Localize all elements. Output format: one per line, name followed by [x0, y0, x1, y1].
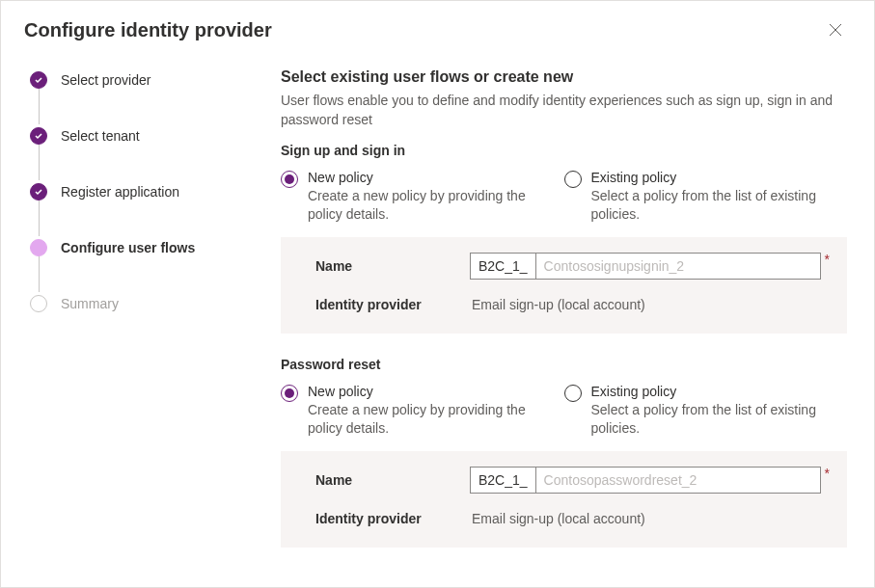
- policy-name-input[interactable]: [535, 253, 821, 280]
- policy-form-signup: Name B2C_1_ * Identity provider Email si…: [281, 237, 847, 334]
- policy-name-input[interactable]: [535, 467, 821, 494]
- main-description: User flows enable you to define and modi…: [281, 92, 847, 129]
- radio-label: Existing policy: [591, 170, 834, 185]
- step-dot-current-icon: [30, 239, 47, 256]
- step-summary[interactable]: Summary: [30, 292, 242, 315]
- policy-choice-signup: New policy Create a new policy by provid…: [281, 170, 847, 224]
- name-input-wrap: B2C_1_ *: [470, 253, 830, 280]
- panel-body: Select provider Select tenant Register a…: [1, 55, 874, 587]
- radio-icon: [564, 171, 582, 188]
- radio-icon: [281, 385, 298, 402]
- radio-description: Create a new policy by providing the pol…: [308, 401, 551, 438]
- step-label: Select tenant: [61, 128, 140, 144]
- configure-idp-panel: Configure identity provider Select provi…: [0, 0, 875, 588]
- required-indicator-icon: *: [825, 253, 830, 266]
- radio-label: Existing policy: [591, 384, 834, 399]
- step-dot-done-icon: [30, 183, 47, 200]
- close-button[interactable]: [820, 14, 851, 45]
- idp-label: Identity provider: [315, 511, 470, 526]
- radio-existing-policy[interactable]: Existing policy Select a policy from the…: [564, 384, 848, 438]
- step-register-application[interactable]: Register application: [30, 180, 242, 203]
- name-label: Name: [315, 258, 470, 274]
- idp-value: Email sign-up (local account): [470, 511, 645, 526]
- radio-new-policy[interactable]: New policy Create a new policy by provid…: [281, 170, 564, 224]
- radio-label: New policy: [308, 384, 551, 399]
- step-label: Summary: [61, 296, 119, 311]
- name-prefix: B2C_1_: [470, 467, 535, 494]
- idp-label: Identity provider: [315, 297, 470, 312]
- idp-value: Email sign-up (local account): [470, 297, 645, 312]
- step-dot-done-icon: [30, 127, 47, 145]
- step-select-provider[interactable]: Select provider: [30, 68, 242, 92]
- name-input-wrap: B2C_1_ *: [470, 467, 830, 494]
- step-configure-user-flows[interactable]: Configure user flows: [30, 236, 242, 259]
- name-prefix: B2C_1_: [470, 253, 535, 280]
- panel-title: Configure identity provider: [24, 19, 272, 41]
- step-dot-pending-icon: [30, 295, 47, 312]
- step-label: Register application: [61, 184, 179, 200]
- radio-icon: [564, 385, 582, 402]
- step-label: Select provider: [61, 72, 150, 88]
- required-indicator-icon: *: [825, 467, 830, 480]
- close-icon: [829, 23, 842, 37]
- section-title-signup: Sign up and sign in: [281, 143, 847, 158]
- main-heading: Select existing user flows or create new: [281, 68, 847, 86]
- radio-description: Select a policy from the list of existin…: [591, 187, 834, 224]
- policy-choice-password-reset: New policy Create a new policy by provid…: [281, 384, 847, 438]
- step-select-tenant[interactable]: Select tenant: [30, 124, 242, 147]
- radio-description: Create a new policy by providing the pol…: [308, 187, 551, 224]
- name-label: Name: [315, 472, 470, 488]
- radio-icon: [281, 171, 298, 188]
- step-dot-done-icon: [30, 71, 47, 89]
- wizard-stepper: Select provider Select tenant Register a…: [1, 55, 252, 587]
- section-title-password-reset: Password reset: [281, 357, 847, 372]
- radio-new-policy[interactable]: New policy Create a new policy by provid…: [281, 384, 564, 438]
- panel-header: Configure identity provider: [1, 1, 874, 55]
- radio-label: New policy: [308, 170, 551, 185]
- radio-existing-policy[interactable]: Existing policy Select a policy from the…: [564, 170, 848, 224]
- main-content: Select existing user flows or create new…: [252, 55, 874, 587]
- step-label: Configure user flows: [61, 240, 195, 255]
- policy-form-password-reset: Name B2C_1_ * Identity provider Email si…: [281, 451, 847, 548]
- radio-description: Select a policy from the list of existin…: [591, 401, 834, 438]
